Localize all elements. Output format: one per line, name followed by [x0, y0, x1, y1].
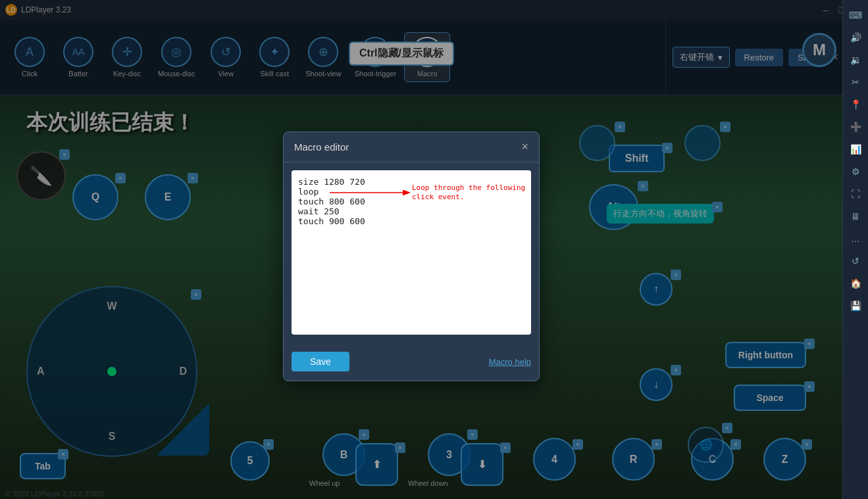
sidebar-more-icon[interactable]: … — [846, 229, 865, 249]
sidebar-home-icon[interactable]: 🏠 — [846, 273, 865, 293]
macro-help-link[interactable]: Macro help — [489, 357, 531, 367]
sidebar-save-icon[interactable]: 💾 — [846, 296, 865, 316]
sidebar-gear-icon[interactable]: ⚙ — [846, 162, 865, 181]
sidebar-refresh-icon[interactable]: ↺ — [846, 251, 865, 271]
sidebar-scissors-icon[interactable]: ✂ — [846, 72, 865, 92]
sidebar-display-icon[interactable]: 🖥 — [846, 206, 865, 226]
macro-editor: Macro editor × size 1280 720 loop touch … — [283, 131, 540, 381]
sidebar-add-icon[interactable]: ➕ — [846, 117, 865, 137]
sidebar-keyboard-icon[interactable]: ⌨ — [846, 5, 865, 25]
macro-textarea[interactable]: size 1280 720 loop touch 800 600 wait 25… — [292, 170, 531, 335]
macro-editor-footer: Save Macro help — [284, 345, 539, 381]
sidebar-chart-icon[interactable]: 📊 — [846, 139, 865, 159]
macro-save-button[interactable]: Save — [292, 352, 349, 371]
macro-editor-close-button[interactable]: × — [521, 140, 528, 154]
macro-editor-header: Macro editor × — [284, 132, 539, 162]
sidebar-fullscreen-icon[interactable]: ⛶ — [846, 184, 865, 204]
macro-editor-title: Macro editor — [294, 141, 349, 153]
sidebar-pin-icon[interactable]: 📍 — [846, 95, 865, 114]
right-sidebar: ⌨ 🔊 🔉 ✂ 📍 ➕ 📊 ⚙ ⛶ 🖥 … ↺ 🏠 💾 — [842, 0, 868, 499]
sidebar-volume-down-icon[interactable]: 🔉 — [846, 50, 865, 70]
macro-editor-body: size 1280 720 loop touch 800 600 wait 25… — [284, 162, 539, 345]
sidebar-volume-up-icon[interactable]: 🔊 — [846, 28, 865, 47]
